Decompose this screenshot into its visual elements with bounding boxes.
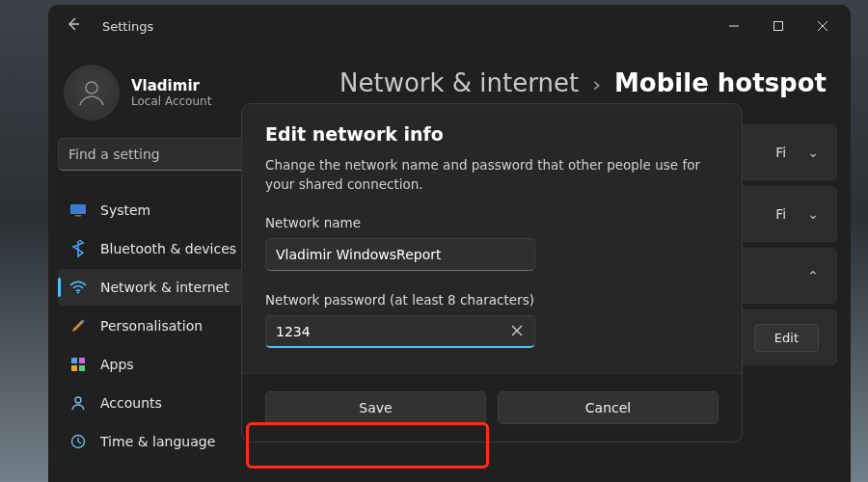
network-password-field[interactable]: 1234 [265, 315, 535, 348]
chevron-up-icon: ⌄ [807, 268, 819, 283]
svg-rect-6 [75, 215, 81, 217]
bluetooth-icon [69, 240, 87, 257]
apps-icon [69, 356, 87, 373]
maximize-button[interactable] [756, 11, 800, 41]
titlebar: Settings [48, 5, 851, 47]
edit-button[interactable]: Edit [754, 324, 819, 352]
dialog-description: Change the network name and password tha… [265, 156, 719, 194]
sidebar-item-label: Apps [100, 357, 134, 372]
clear-button[interactable] [509, 323, 525, 340]
close-icon [817, 20, 828, 32]
sidebar-item-label: System [100, 202, 150, 218]
x-icon [511, 325, 523, 336]
svg-rect-5 [70, 204, 86, 214]
maximize-icon [773, 20, 784, 32]
sidebar-item-label: Personalisation [100, 318, 203, 334]
dropdown-value: Fi [775, 206, 786, 222]
svg-point-2 [86, 82, 97, 94]
display-icon [69, 201, 87, 219]
breadcrumb: Network & internet › Mobile hotspot [318, 68, 837, 97]
wifi-icon [69, 279, 87, 296]
chevron-right-icon: › [592, 72, 601, 96]
network-password-value: 1234 [276, 324, 509, 339]
profile-name: Vladimir [131, 77, 211, 94]
svg-rect-9 [79, 358, 85, 363]
settings-window: Settings Vladimir Local Account [48, 5, 851, 482]
dropdown-value: Fi [775, 145, 786, 160]
cancel-button[interactable]: Cancel [498, 391, 719, 424]
svg-rect-8 [71, 358, 77, 363]
avatar [64, 65, 120, 120]
svg-rect-10 [71, 365, 77, 371]
sidebar-item-label: Time & language [100, 434, 215, 449]
sidebar-item-label: Accounts [100, 395, 162, 411]
window-controls [712, 11, 845, 41]
breadcrumb-parent[interactable]: Network & internet [339, 68, 579, 97]
profile-subtitle: Local Account [131, 94, 211, 108]
svg-point-7 [77, 292, 79, 294]
svg-rect-1 [774, 22, 783, 31]
save-button[interactable]: Save [265, 391, 486, 424]
minimize-button[interactable] [712, 11, 756, 41]
clock-icon [69, 433, 87, 450]
edit-network-dialog: Edit network info Change the network nam… [241, 103, 743, 442]
dialog-actions: Save Cancel [242, 373, 742, 442]
back-button[interactable] [62, 16, 85, 36]
close-button[interactable] [800, 11, 845, 41]
dialog-title: Edit network info [265, 123, 719, 145]
person-icon [75, 76, 108, 109]
chevron-down-icon: ⌄ [807, 145, 819, 160]
chevron-down-icon: ⌄ [807, 206, 819, 222]
network-name-field[interactable]: Vladimir WindowsReport [265, 238, 535, 271]
network-name-label: Network name [265, 215, 719, 230]
network-password-label: Network password (at least 8 characters) [265, 292, 719, 308]
arrow-left-icon [66, 16, 81, 32]
accounts-icon [69, 394, 87, 412]
network-name-value: Vladimir WindowsReport [276, 247, 525, 262]
app-title: Settings [102, 19, 153, 34]
svg-rect-11 [79, 365, 85, 371]
sidebar-item-label: Bluetooth & devices [100, 241, 236, 256]
breadcrumb-current: Mobile hotspot [614, 68, 827, 97]
sidebar-item-label: Network & internet [100, 280, 230, 295]
svg-point-12 [75, 397, 81, 403]
minimize-icon [728, 20, 740, 32]
paintbrush-icon [69, 317, 87, 335]
